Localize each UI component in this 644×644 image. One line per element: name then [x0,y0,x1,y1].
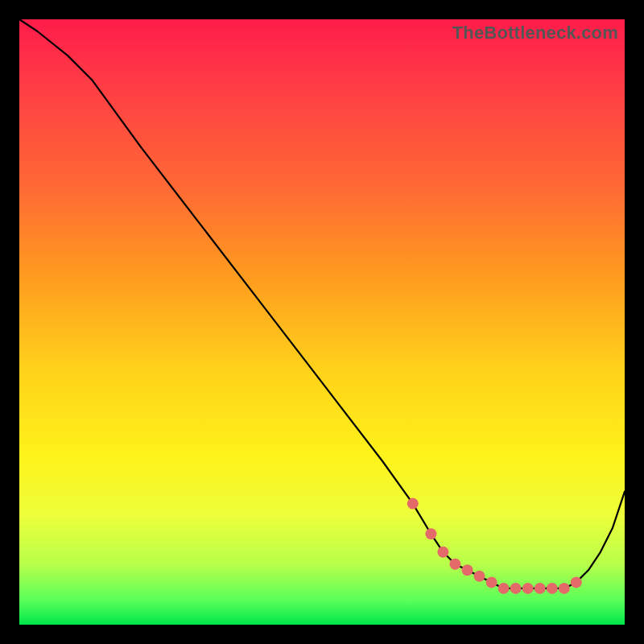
marker-dot [474,571,485,582]
marker-dot [462,564,473,576]
marker-dot [522,583,534,594]
marker-dot [486,576,497,588]
curve-line [19,19,625,588]
marker-dot [437,547,448,558]
marker-dot [425,528,436,539]
marker-dot [449,559,460,570]
marker-dot [510,583,522,594]
marker-dot [547,583,558,594]
chart-stage: TheBottleneck.com [0,0,644,644]
chart-overlay-svg [19,19,625,625]
marker-dot [571,576,582,588]
chart-plot-area: TheBottleneck.com [19,19,625,625]
marker-dots [407,498,582,594]
marker-dot [535,583,546,594]
marker-dot [407,498,419,510]
marker-dot [498,583,510,594]
marker-dot [559,583,570,594]
